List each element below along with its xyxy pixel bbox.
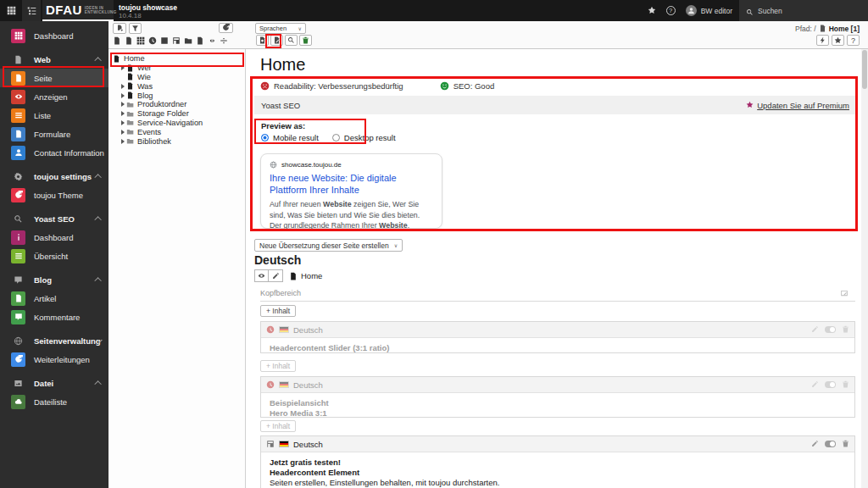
sidebar-item-seite[interactable]: Seite [0,69,108,87]
serp-title[interactable]: Ihre neue Website: Die digitale Plattfor… [270,173,433,196]
translation-select[interactable]: Neue Übersetzung dieser Seite erstellen … [254,239,403,252]
visibility-toggle[interactable] [825,381,836,388]
expand-caret-icon[interactable] [119,111,126,116]
scheduled-page-icon[interactable] [148,36,157,46]
module-menu-toggle-button[interactable] [2,0,20,21]
sidebar-item-weiterleitungen[interactable]: Weiterleitungen [0,350,108,369]
search-page-button[interactable] [285,35,298,46]
scrollbar-thumb[interactable] [862,50,867,89]
edit-element-icon[interactable] [811,380,819,389]
expand-caret-icon[interactable] [119,84,126,89]
contact-icon [11,146,25,160]
edit-element-icon[interactable] [811,440,819,448]
sidebar-item-kommentare[interactable]: Kommentare [0,308,108,326]
language-select[interactable]: Sprachen ∨ [255,23,306,34]
tree-node-storage-folder[interactable]: Storage Folder [108,109,245,119]
content-grid-icon[interactable] [136,36,145,46]
edit-page-properties-button[interactable] [270,35,283,46]
vertical-scrollbar[interactable] [861,49,868,488]
sidebar-item-anzeigen[interactable]: Anzeigen [0,87,108,106]
delete-element-icon[interactable] [842,440,849,448]
sidebar-section-web[interactable]: Web [0,50,108,69]
standard-page-icon[interactable] [113,36,121,46]
sidebar-section-yoast-seo[interactable]: Yoast SEO [0,209,108,228]
cloud-icon [11,395,25,409]
shortcut-page-icon[interactable] [160,36,169,46]
sidebar-item-dateiliste[interactable]: Dateiliste [0,392,108,411]
expand-caret-icon[interactable] [119,93,126,98]
content-element[interactable]: Deutsch Jetzt gratis testen!Headerconten… [260,435,855,488]
folder-icon [126,137,134,145]
sidebar-item-formulare[interactable]: Formulare [0,125,108,143]
expand-caret-icon[interactable] [119,139,126,144]
sidebar-item--bersicht[interactable]: Übersicht [0,247,108,265]
tree-node-bibliothek[interactable]: Bibliothek [108,136,245,146]
add-content-button[interactable]: + Inhalt [260,360,296,372]
content-element[interactable]: Deutsch BeispielansichtHero Media 3:1 [260,376,855,418]
tree-node-produktordner[interactable]: Produktordner [108,100,245,109]
sidebar-section-datei[interactable]: Datei [0,374,108,392]
yoast-panel-header[interactable]: Yoast SEO Updaten Sie auf Premium [254,96,856,114]
add-content-button[interactable]: + Inhalt [260,305,296,317]
premium-link[interactable]: Updaten Sie auf Premium [757,101,849,110]
sidebar-section-seitenverwaltung[interactable]: Seitenverwaltung [0,331,108,350]
clear-cache-button[interactable] [299,35,312,46]
page-icon [126,92,134,99]
sidebar-item-contact-information[interactable]: Contact Information [0,143,108,162]
expand-caret-icon[interactable] [119,65,126,70]
edit-element-icon[interactable] [811,325,819,334]
new-page-button[interactable] [113,23,126,34]
refresh-tree-button[interactable] [219,23,233,33]
expand-caret-icon[interactable] [119,130,126,135]
sidebar-item-artikel[interactable]: Artikel [0,289,108,308]
edit-column-icon[interactable] [840,289,849,298]
folder-icon[interactable] [184,36,192,46]
tree-node-wer[interactable]: Wer [108,64,245,73]
bookmark-button[interactable] [832,35,844,46]
delete-element-icon[interactable] [842,380,849,389]
content-element[interactable]: Deutsch Headercontent Slider (3:1 ratio) [260,321,855,353]
tree-node-service-navigation[interactable]: Service-Navigation [108,119,245,128]
open-help-button[interactable]: ? [847,35,860,46]
expand-caret-icon[interactable] [119,120,126,125]
sidebar-item-dashboard[interactable]: Dashboard [0,26,108,45]
tree-node-wie[interactable]: Wie [108,73,245,82]
tree-node-home[interactable]: Home [108,54,245,64]
mobile-result-radio[interactable]: Mobile result [261,133,319,142]
backend-user-section-icon[interactable] [125,36,133,46]
desktop-result-radio[interactable]: Desktop result [332,133,396,142]
expand-caret-icon[interactable] [119,102,126,107]
pagetree-toggle-button[interactable] [22,0,41,21]
edit-page-button[interactable] [269,269,283,282]
tree-node-events[interactable]: Events [108,127,245,136]
content-element-header[interactable]: Deutsch [261,436,854,452]
sidebar-item-dashboard[interactable]: Dashboard [0,228,108,247]
view-webpage-button[interactable] [254,269,269,282]
user-menu[interactable]: BW editor [686,5,732,16]
tree-node-was[interactable]: Was [108,81,245,91]
link-icon[interactable] [208,36,216,46]
content-element-body[interactable]: BeispielansichtHero Media 3:1 [261,393,854,424]
content-element-body[interactable]: Jetzt gratis testen!Headercontent Elemen… [261,452,854,488]
separator-icon[interactable] [220,36,228,46]
content-element-body[interactable]: Headercontent Slider (3:1 ratio) [261,338,854,358]
visibility-toggle[interactable] [825,441,836,447]
sidebar-item-liste[interactable]: Liste [0,106,108,125]
filter-button[interactable] [129,23,142,34]
content-element-header[interactable]: Deutsch [261,322,854,338]
bookmark-star-icon[interactable] [648,6,656,15]
mountpoint-page-icon[interactable] [172,36,181,46]
sidebar-section-toujou-settings[interactable]: toujou settings [0,167,108,186]
visibility-toggle[interactable] [825,326,836,333]
external-url-icon[interactable] [196,36,204,46]
sidebar-item-toujou-theme[interactable]: toujou Theme [0,186,108,204]
view-page-button[interactable] [256,35,269,46]
sidebar-section-blog[interactable]: Blog [0,270,108,289]
cache-actions-button[interactable] [816,35,829,46]
search-input[interactable] [758,7,851,15]
content-element-header[interactable]: Deutsch [261,377,854,393]
tree-node-blog[interactable]: Blog [108,91,245,100]
delete-element-icon[interactable] [842,325,849,334]
help-icon[interactable]: ? [666,6,676,15]
dfau-logo[interactable]: DFAU IDEEN INENTWICKLUNG [42,0,114,21]
